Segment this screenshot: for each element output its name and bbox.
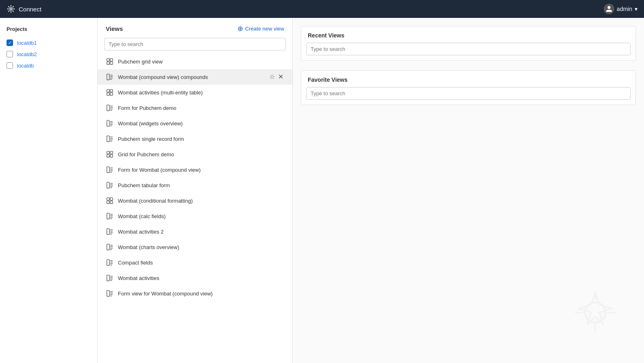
svg-rect-4 (110, 62, 113, 64)
close-button[interactable]: ✕ (277, 150, 284, 158)
view-label: Wombat (calc fields) (118, 213, 264, 219)
close-button[interactable]: ✕ (277, 258, 284, 267)
view-label: Compact fields (118, 260, 264, 266)
grid-icon (106, 150, 114, 158)
sidebar-item-label-localdb1: localdb1 (17, 40, 37, 46)
view-item[interactable]: Form view for Wombat (compound view) ☆ ✕ (98, 286, 292, 301)
svg-rect-5 (107, 74, 109, 80)
views-header: Views ⊕ Create new view (98, 18, 292, 38)
view-label: Grid for Pubchem demo (118, 151, 264, 157)
svg-rect-32 (110, 155, 113, 157)
svg-rect-29 (107, 151, 109, 154)
star-button[interactable]: ☆ (268, 73, 276, 81)
star-button[interactable]: ☆ (268, 274, 276, 282)
navbar: Connect admin ▾ (0, 0, 644, 18)
star-button[interactable]: ☆ (268, 88, 276, 96)
star-button[interactable]: ☆ (268, 212, 276, 220)
close-button[interactable]: ✕ (277, 274, 284, 282)
view-item[interactable]: Compact fields ☆ ✕ (98, 255, 292, 270)
grid-icon (106, 88, 114, 96)
star-button[interactable]: ☆ (268, 181, 276, 189)
close-button[interactable]: ✕ (277, 181, 284, 189)
close-button[interactable]: ✕ (277, 212, 284, 220)
view-item[interactable]: Pubchem tabular form ☆ ✕ (98, 177, 292, 193)
svg-rect-38 (107, 182, 109, 188)
view-label: Form for Wombat (compound view) (118, 167, 264, 173)
svg-rect-57 (107, 244, 109, 250)
form-icon (106, 274, 114, 282)
close-button[interactable]: ✕ (277, 57, 284, 66)
sidebar-checkbox-localdb2[interactable] (7, 51, 13, 57)
star-button[interactable]: ☆ (268, 135, 276, 143)
recent-views-search-input[interactable] (306, 43, 631, 55)
close-button[interactable]: ✕ (277, 104, 284, 112)
close-button[interactable]: ✕ (277, 119, 284, 127)
star-button[interactable]: ☆ (268, 258, 276, 267)
view-label: Wombat activities 2 (118, 229, 264, 235)
close-button[interactable]: ✕ (277, 166, 284, 174)
svg-rect-62 (107, 260, 109, 265)
svg-rect-11 (110, 90, 113, 92)
close-button[interactable]: ✕ (277, 88, 284, 96)
star-button[interactable]: ☆ (268, 243, 276, 251)
watermark (571, 288, 620, 339)
view-item[interactable]: Pubchem single record form ☆ ✕ (98, 131, 292, 147)
svg-rect-44 (110, 198, 113, 200)
recent-views-title: Recent Views (301, 26, 635, 43)
star-button[interactable]: ☆ (268, 166, 276, 174)
star-button[interactable]: ☆ (268, 104, 276, 112)
view-item[interactable]: Form for Pubchem demo ☆ ✕ (98, 100, 292, 116)
svg-rect-14 (107, 105, 109, 111)
close-button[interactable]: ✕ (277, 197, 284, 205)
view-item[interactable]: Wombat activities (multi-entity table) ☆… (98, 85, 292, 100)
view-item[interactable]: Form for Wombat (compound view) ☆ ✕ (98, 162, 292, 177)
close-button[interactable]: ✕ (277, 289, 284, 297)
form-icon (106, 227, 114, 236)
svg-rect-47 (107, 213, 109, 219)
close-button[interactable]: ✕ (277, 73, 284, 81)
star-button[interactable]: ☆ (268, 119, 276, 127)
view-item[interactable]: Grid for Pubchem demo ☆ ✕ (98, 147, 292, 162)
views-search-input[interactable] (104, 38, 286, 50)
sidebar: Projects localdb1 localdb2 localdb (0, 18, 98, 363)
main-layout: Projects localdb1 localdb2 localdb Views… (0, 18, 644, 363)
user-chevron-icon: ▾ (635, 6, 637, 12)
sidebar-checkbox-localdb1[interactable] (7, 39, 13, 46)
view-item[interactable]: Pubchem grid view ☆ ✕ (98, 54, 292, 69)
view-item[interactable]: Wombat (conditional formatting) ☆ ✕ (98, 193, 292, 208)
form-icon (106, 212, 114, 220)
close-button[interactable]: ✕ (277, 227, 284, 236)
sidebar-checkbox-localdb[interactable] (7, 62, 13, 69)
view-item[interactable]: Wombat (compound view) compounds ☆ ✕ (98, 69, 292, 85)
favorite-views-search-input[interactable] (306, 87, 631, 100)
star-button[interactable]: ☆ (268, 197, 276, 205)
close-button[interactable]: ✕ (277, 135, 284, 143)
view-label: Pubchem tabular form (118, 182, 264, 188)
star-button[interactable]: ☆ (268, 227, 276, 236)
view-item[interactable]: Wombat activities 2 ☆ ✕ (98, 224, 292, 239)
form-icon (106, 73, 114, 81)
view-item[interactable]: Wombat activities ☆ ✕ (98, 270, 292, 286)
views-search-container (104, 38, 286, 50)
view-item[interactable]: Wombat (charts overview) ☆ ✕ (98, 239, 292, 255)
sidebar-item-localdb2[interactable]: localdb2 (0, 48, 97, 60)
view-actions: ☆ ✕ (268, 73, 284, 81)
sidebar-item-localdb1[interactable]: localdb1 (0, 37, 97, 48)
svg-rect-19 (107, 120, 109, 126)
close-button[interactable]: ✕ (277, 243, 284, 251)
navbar-user[interactable]: admin ▾ (604, 4, 637, 14)
star-button[interactable]: ☆ (268, 289, 276, 297)
plus-circle-icon: ⊕ (237, 24, 243, 33)
star-button[interactable]: ☆ (268, 57, 276, 66)
create-new-view-button[interactable]: ⊕ Create new view (237, 24, 284, 33)
view-label: Wombat (compound view) compounds (118, 74, 264, 80)
star-button[interactable]: ☆ (268, 150, 276, 158)
svg-rect-46 (110, 201, 113, 203)
view-item[interactable]: Wombat (calc fields) ☆ ✕ (98, 208, 292, 224)
view-label: Wombat activities (118, 275, 264, 281)
view-item[interactable]: Wombat (widgets overview) ☆ ✕ (98, 116, 292, 131)
sidebar-item-localdb[interactable]: localdb (0, 60, 97, 71)
view-label: Wombat activities (multi-entity table) (118, 90, 264, 96)
view-label: Pubchem grid view (118, 59, 264, 65)
view-label: Wombat (conditional formatting) (118, 198, 264, 204)
